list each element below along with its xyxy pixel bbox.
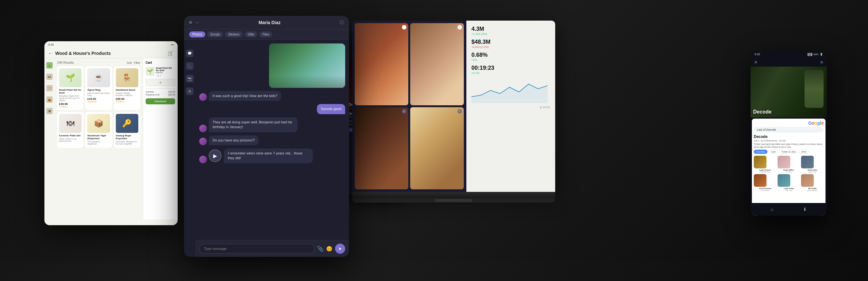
trailers-tab[interactable]: Trailers & clips xyxy=(779,150,798,154)
stat-views-change: +1,324 (3%) xyxy=(471,32,550,35)
video-play-button[interactable]: ▶ xyxy=(209,149,221,162)
photo-1[interactable]: ✓ xyxy=(355,23,408,105)
bubble-left-4: I remember when mine were 7 years old...… xyxy=(224,149,313,163)
cast-member-5[interactable]: Luke Holdt Tech Lead xyxy=(778,174,800,191)
cart-icon[interactable]: 🛒 xyxy=(167,50,174,56)
phone-menu-icon[interactable]: ≡ xyxy=(754,60,757,65)
movie-title-overlay: Decode xyxy=(753,109,772,115)
cast-role-6: Sofia Martinez xyxy=(801,189,824,191)
product-name-3: Hardwood Stool xyxy=(116,89,138,91)
overview-tab[interactable]: Overview xyxy=(754,150,768,154)
contact-avatar-2 xyxy=(199,125,207,132)
sidebar-chat-icon[interactable]: 💬 xyxy=(186,50,193,57)
cast-role-2: Dr. Chen xyxy=(778,171,800,173)
bubble-left-1: It was such a good trip! How are the kid… xyxy=(209,91,281,101)
phone-download-icon[interactable]: ⬇ xyxy=(803,207,807,212)
laptop-chin xyxy=(352,198,555,202)
scan-lines xyxy=(0,262,868,281)
nav-bar-left: ← Wood & House's Products 🛒 xyxy=(44,48,178,58)
cast-photo-4 xyxy=(754,174,767,187)
photo-check-3: ✓ xyxy=(402,109,406,114)
checkout-button[interactable]: Checkout xyxy=(146,98,175,104)
product-name-4: Ceramic Plate Set xyxy=(59,134,82,137)
back-button[interactable]: ← xyxy=(195,20,199,25)
stat-revenue: $48.3M -4,313 (1.1%) xyxy=(471,39,550,49)
cast-role-3: Agent Ross xyxy=(801,171,824,173)
product-card-6[interactable]: 🔑 Smaug Rope Keychain Keychain designed … xyxy=(114,112,140,148)
bubble-left-2: They are all doing super well, Benjamin … xyxy=(209,117,298,132)
laptop-screen: ✓ ✓ ✓ ✓ 4.3M +1,324 (3%) xyxy=(352,21,555,192)
product-card-3[interactable]: 🪑 Hardwood Stool Classic design, timeles… xyxy=(114,66,140,110)
cast-role-5: Tech Lead xyxy=(778,189,800,191)
cast-tab[interactable]: Cast xyxy=(769,150,778,154)
cart-shipping-row: Shipping Cost $00.00 xyxy=(146,94,175,96)
scene: 9:30 ▪▪▪ ← Wood & House's Products 🛒 ⌂ 🏷… xyxy=(0,0,868,281)
stat-revenue-value: $48.3M xyxy=(471,39,550,45)
tab-emojis[interactable]: Emojis xyxy=(207,31,223,37)
product-name-5: Aluminum Tape Dispenser xyxy=(87,134,110,140)
cart-item-name-1: Small Plant Sill for desk xyxy=(156,67,175,71)
sidebar-settings-icon[interactable]: ⚙ xyxy=(186,88,193,95)
message-input[interactable]: Type message xyxy=(199,244,315,253)
cart-add-button[interactable]: + xyxy=(146,79,175,86)
attachment-icon[interactable]: 📎 xyxy=(317,246,323,252)
send-button[interactable]: ➤ xyxy=(335,244,345,254)
search-sidebar-icon[interactable]: ⚙ xyxy=(46,108,53,114)
cast-member-4[interactable]: Yusuf Farooq Commander xyxy=(754,174,776,191)
filter-button[interactable]: Filter xyxy=(134,61,140,64)
heart-sidebar-icon[interactable]: ♡ xyxy=(46,85,53,91)
cast-member-2[interactable]: Emily Miller Dr. Chen xyxy=(778,156,800,173)
tag-sidebar-icon[interactable]: 🏷 xyxy=(46,73,53,80)
tab-stickers[interactable]: Stickers xyxy=(225,31,243,37)
product-stars-1: ★★★★☆ xyxy=(59,105,82,108)
tab-files[interactable]: Files xyxy=(259,31,272,37)
info-icon[interactable]: ⓘ xyxy=(339,20,344,25)
sidebar-camera-icon[interactable]: 📷 xyxy=(186,75,193,83)
back-arrow-icon[interactable]: ← xyxy=(48,51,53,56)
cast-photo-3 xyxy=(801,156,814,168)
stat-conversion-value: 0.68% xyxy=(471,52,550,58)
shipping-value: $00.00 xyxy=(168,94,175,96)
google-search-bar[interactable]: cast of Decode xyxy=(754,127,824,132)
cast-member-1[interactable]: Lydia Franco Sofia Martinez xyxy=(754,156,776,173)
cast-role-1: Sofia Martinez xyxy=(754,171,776,173)
movie-result-tabs: Overview Cast Trailers & clips More xyxy=(754,150,824,154)
movie-banner: Decode xyxy=(751,67,827,117)
photo-3[interactable]: ✓ xyxy=(355,107,408,189)
g-letter-blue2: g xyxy=(817,121,820,126)
product-card-2[interactable]: ☕ Agent Mug Hand crafted porcelain mug £… xyxy=(85,66,112,110)
product-desc-3: Classic design, timeless material xyxy=(116,92,138,96)
cast-photo-6 xyxy=(801,174,814,187)
home-sidebar-icon[interactable]: ⌂ xyxy=(46,62,53,68)
cast-photo-5 xyxy=(778,174,790,187)
google-logo-row: Google xyxy=(754,121,824,126)
phone-home-icon[interactable]: ⌂ xyxy=(771,207,773,212)
photo-2[interactable]: ✓ xyxy=(410,23,464,105)
sidebar-phone-icon[interactable]: 📞 xyxy=(186,62,193,70)
tab-gifts[interactable]: Gifts xyxy=(245,31,258,37)
photo-4[interactable]: ✓ xyxy=(410,107,464,189)
menu-icon[interactable]: ≡ xyxy=(189,20,192,25)
product-card-5[interactable]: 📦 Aluminum Tape Dispenser The greatest d… xyxy=(85,112,112,148)
phone-menu-icon-right[interactable]: ≡ xyxy=(820,60,823,65)
stat-views: 4.3M +1,324 (3%) xyxy=(471,26,550,35)
tab-photos[interactable]: Photos xyxy=(189,31,205,37)
stat-watchtime-value: 00:19:23 xyxy=(471,65,550,71)
bag-sidebar-icon[interactable]: 👜 xyxy=(46,96,53,103)
stats-chart xyxy=(471,78,548,103)
emoji-icon[interactable]: 😊 xyxy=(326,246,333,252)
phone-status-icons: ▐▐▐ WiFi 🔋 xyxy=(807,53,823,56)
sort-button[interactable]: Sort xyxy=(127,61,132,64)
main-content-area: 246 Results Sort Filter 🌱 Small Plant Si… xyxy=(55,58,178,219)
bubble-right-1: Sounds good xyxy=(317,104,345,114)
product-card-1[interactable]: 🌱 Small Plant Sill for desk Beautiful ma… xyxy=(57,66,84,110)
more-tab[interactable]: More xyxy=(799,150,809,154)
tablet-center-device: ≡ ← Maria Diaz ⓘ Photos Emojis Stickers … xyxy=(184,16,349,257)
movie-result-title: Decode xyxy=(754,134,824,139)
product-img-4: 🍽 xyxy=(59,114,82,133)
phone-time: 9:30 xyxy=(754,53,760,56)
product-card-4[interactable]: 🍽 Ceramic Plate Set Hand made in our per… xyxy=(57,112,84,148)
cast-member-3[interactable]: Jason Diaz Agent Ross xyxy=(801,156,824,173)
cast-member-6[interactable]: Mo Hoffa Sofia Martinez xyxy=(801,174,824,191)
cart-item-price-1: £39.00 xyxy=(156,71,175,73)
